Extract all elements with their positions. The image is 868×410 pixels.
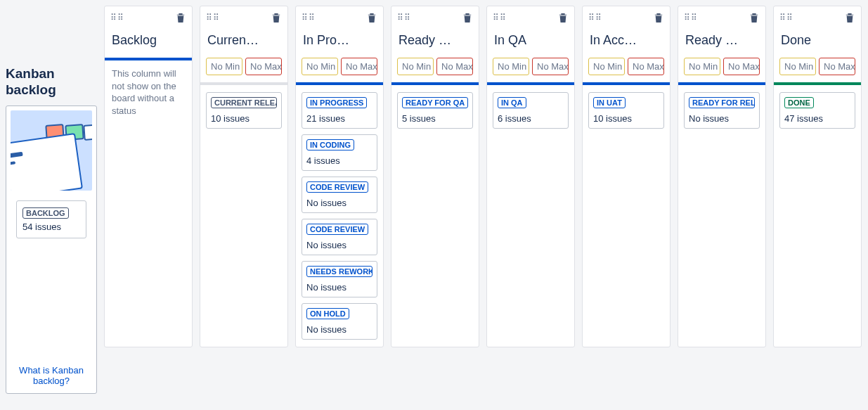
- delete-column-button[interactable]: [366, 11, 377, 24]
- delete-column-button[interactable]: [557, 11, 569, 24]
- status-issue-count: No issues: [306, 282, 373, 293]
- status-lozenge: NEEDS REWORK: [306, 266, 373, 277]
- status-issue-count: 10 issues: [593, 113, 659, 124]
- status-card[interactable]: DONE47 issues: [779, 92, 855, 129]
- delete-column-button[interactable]: [175, 11, 186, 24]
- status-lozenge: DONE: [784, 97, 814, 108]
- status-card[interactable]: CODE REVIEWNo issues: [302, 219, 377, 255]
- status-lozenge: IN CODING: [306, 139, 354, 150]
- column-divider: [105, 58, 192, 60]
- column-body: IN QA6 issues: [487, 92, 574, 136]
- status-issue-count: 10 issues: [211, 113, 277, 124]
- column-min-limit[interactable]: No Min: [684, 58, 720, 75]
- drag-handle-icon[interactable]: ⠿⠿: [206, 15, 220, 20]
- column-title[interactable]: Backlog: [105, 23, 192, 58]
- column-limits: No MinNo Max: [487, 58, 574, 82]
- delete-column-button[interactable]: [653, 11, 664, 24]
- status-issue-count: 5 issues: [402, 113, 468, 124]
- column-divider: [200, 82, 287, 85]
- column-max-limit[interactable]: No Max: [532, 58, 569, 75]
- backlog-status-card[interactable]: BACKLOG 54 issues: [16, 200, 86, 238]
- drag-handle-icon[interactable]: ⠿⠿: [110, 15, 124, 20]
- drag-handle-icon[interactable]: ⠿⠿: [684, 15, 698, 20]
- status-card[interactable]: IN QA6 issues: [493, 92, 569, 129]
- column-max-limit[interactable]: No Max: [245, 58, 282, 75]
- column-min-limit[interactable]: No Min: [493, 58, 529, 75]
- status-card[interactable]: IN PROGRESS21 issues: [302, 92, 377, 129]
- column-header: ⠿⠿: [774, 6, 861, 23]
- column-title[interactable]: Ready …: [391, 23, 479, 58]
- drag-handle-icon[interactable]: ⠿⠿: [302, 15, 316, 20]
- column-body: IN PROGRESS21 issuesIN CODING4 issuesCOD…: [296, 92, 383, 347]
- drag-handle-icon[interactable]: ⠿⠿: [493, 15, 507, 20]
- column-min-limit[interactable]: No Min: [588, 58, 625, 75]
- column-max-limit[interactable]: No Max: [819, 58, 855, 75]
- column-header: ⠿⠿: [296, 6, 383, 23]
- board-column: ⠿⠿In Pro…No MinNo MaxIN PROGRESS21 issue…: [295, 6, 384, 347]
- sidebar-panel: BACKLOG 54 issues What is Kanban backlog…: [6, 105, 97, 394]
- status-issue-count: No issues: [689, 113, 755, 124]
- drag-handle-icon[interactable]: ⠿⠿: [779, 15, 793, 20]
- column-limits: No MinNo Max: [391, 58, 479, 82]
- column-limits: No MinNo Max: [296, 58, 383, 82]
- column-max-limit[interactable]: No Max: [341, 58, 377, 75]
- column-limits: No MinNo Max: [678, 58, 765, 82]
- column-min-limit[interactable]: No Min: [206, 58, 242, 75]
- status-card[interactable]: CURRENT RELEASE10 issues: [206, 92, 282, 129]
- kanban-backlog-help-link[interactable]: What is Kanban backlog?: [6, 365, 96, 386]
- status-card[interactable]: NEEDS REWORKNo issues: [302, 261, 377, 297]
- delete-column-button[interactable]: [462, 11, 473, 24]
- column-max-limit[interactable]: No Max: [436, 58, 473, 75]
- status-lozenge: READY FOR QA: [402, 97, 468, 108]
- column-body: IN UAT10 issues: [583, 92, 670, 136]
- column-divider: [487, 82, 574, 85]
- kanban-backlog-sidebar: Kanban backlog BACKLOG 54 issues What is…: [6, 66, 97, 394]
- delete-column-button[interactable]: [271, 11, 282, 24]
- status-card[interactable]: ON HOLDNo issues: [302, 303, 377, 340]
- status-lozenge: CURRENT RELEASE: [211, 97, 277, 108]
- column-title[interactable]: In Acc…: [583, 23, 670, 58]
- drag-handle-icon[interactable]: ⠿⠿: [397, 15, 411, 20]
- board-column: ⠿⠿Ready …No MinNo MaxREADY FOR RELEASENo…: [678, 6, 766, 347]
- sidebar-illustration: [11, 110, 92, 191]
- board-column: ⠿⠿In Acc…No MinNo MaxIN UAT10 issues: [582, 6, 671, 347]
- column-divider: [774, 82, 861, 85]
- kanban-board: Kanban backlog BACKLOG 54 issues What is…: [0, 0, 868, 410]
- status-card[interactable]: IN UAT10 issues: [588, 92, 664, 129]
- column-limits: No MinNo Max: [200, 58, 287, 82]
- column-header: ⠿⠿: [200, 6, 287, 23]
- column-title[interactable]: Ready …: [678, 23, 765, 58]
- delete-column-button[interactable]: [844, 11, 855, 24]
- status-lozenge: READY FOR RELEASE: [689, 97, 755, 108]
- column-title[interactable]: In Pro…: [296, 23, 383, 58]
- column-min-limit[interactable]: No Min: [779, 58, 816, 75]
- status-card[interactable]: READY FOR QA5 issues: [397, 92, 473, 129]
- status-card[interactable]: IN CODING4 issues: [302, 134, 377, 171]
- board-column: ⠿⠿BacklogThis column will not show on th…: [104, 6, 193, 347]
- column-divider: [391, 82, 479, 85]
- board-column: ⠿⠿Curren…No MinNo MaxCURRENT RELEASE10 i…: [200, 6, 288, 347]
- column-min-limit[interactable]: No Min: [302, 58, 338, 75]
- board-column: ⠿⠿In QANo MinNo MaxIN QA6 issues: [486, 6, 575, 347]
- column-body: READY FOR RELEASENo issues: [678, 92, 765, 136]
- columns-container: ⠿⠿BacklogThis column will not show on th…: [104, 6, 862, 347]
- status-lozenge: IN QA: [498, 97, 526, 108]
- backlog-issue-count: 54 issues: [22, 222, 80, 232]
- delete-column-button[interactable]: [749, 11, 760, 24]
- status-card[interactable]: READY FOR RELEASENo issues: [684, 92, 760, 129]
- column-title[interactable]: Done: [774, 23, 861, 58]
- status-issue-count: 21 issues: [306, 113, 373, 124]
- board-column: ⠿⠿Ready …No MinNo MaxREADY FOR QA5 issue…: [391, 6, 479, 347]
- status-card[interactable]: CODE REVIEWNo issues: [302, 177, 377, 213]
- column-title[interactable]: In QA: [487, 23, 574, 58]
- drag-handle-icon[interactable]: ⠿⠿: [588, 15, 602, 20]
- column-title[interactable]: Curren…: [200, 23, 287, 58]
- column-min-limit[interactable]: No Min: [397, 58, 434, 75]
- status-lozenge: IN PROGRESS: [306, 97, 367, 108]
- column-header: ⠿⠿: [105, 6, 192, 23]
- backlog-status-lozenge: BACKLOG: [22, 207, 69, 219]
- status-issue-count: No issues: [306, 324, 373, 335]
- column-header: ⠿⠿: [678, 6, 765, 23]
- column-max-limit[interactable]: No Max: [723, 58, 760, 75]
- column-max-limit[interactable]: No Max: [628, 58, 664, 75]
